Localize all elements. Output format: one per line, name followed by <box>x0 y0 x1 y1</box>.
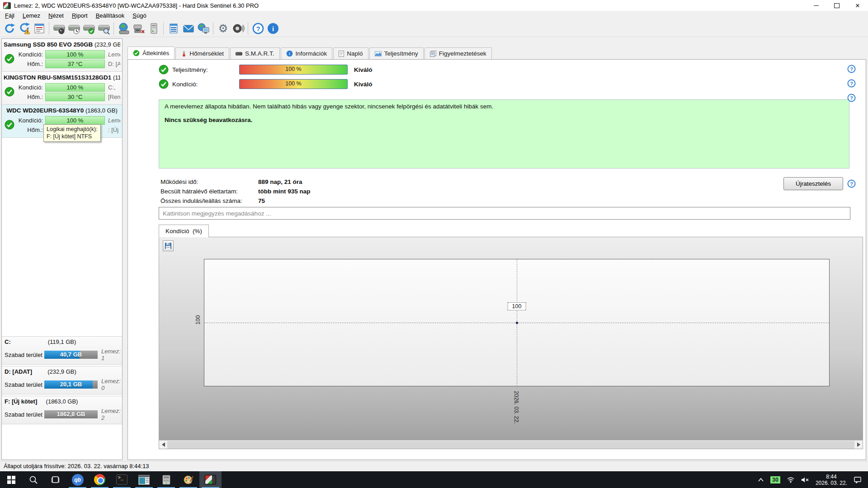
help-icon[interactable]: ? <box>847 179 856 188</box>
taskbar-clock[interactable]: 8:44 2026. 03. 22. <box>816 474 847 486</box>
taskbar-app-chrome[interactable] <box>89 471 111 488</box>
email-icon[interactable] <box>181 21 196 36</box>
volume-letters: D: [ADAT] <box>105 61 120 67</box>
notification-center-icon[interactable] <box>854 476 862 483</box>
disk-schedule-icon[interactable] <box>66 21 81 36</box>
condition-chart-tab[interactable]: Kondíció (%) <box>159 225 209 237</box>
maximize-button[interactable] <box>826 0 847 11</box>
disk-item-samsung[interactable]: Samsung SSD 850 EVO 250GB (232,9 GB) Kon… <box>2 39 122 72</box>
taskbar-app-qbittorrent[interactable]: qb <box>66 471 89 488</box>
report-icon[interactable] <box>32 21 47 36</box>
volume-letters: [Rendszer s <box>105 94 120 100</box>
taskbar-app-paint[interactable] <box>177 471 199 488</box>
gridline-vertical <box>517 259 517 389</box>
volume-muted-icon[interactable] <box>801 477 809 483</box>
tab-smart[interactable]: S.M.A.R.T. <box>230 47 280 59</box>
svg-text:?: ? <box>850 181 853 187</box>
menu-nezet[interactable]: Nézet <box>44 11 68 20</box>
daily-log-icon[interactable] <box>166 21 181 36</box>
free-space-bar: 20,1 GB <box>44 380 98 389</box>
temperature-bar: 37 °C <box>45 60 105 68</box>
tab-bar: Áttekintés Hőmérséklet S.M.A.R.T. i Info… <box>127 47 493 59</box>
partition-item-f[interactable]: F: [Új kötet] (1863,0 GB) Szabad terület… <box>2 396 122 424</box>
menu-beallitasok[interactable]: Beállítások <box>92 11 129 20</box>
tray-temperature-badge[interactable]: 30 <box>770 476 780 483</box>
hard-disk-sentinel-window: Lemez: 2, WDC WD20EURS-63S48Y0 [WD-WCAZA… <box>0 0 868 488</box>
disk-item-kingston[interactable]: KINGSTON RBU-SMSM151S3128GD1 (119 Kondíc… <box>2 72 122 105</box>
toolbar-separator <box>113 22 114 35</box>
tab-informaciok[interactable]: i Információk <box>281 47 333 59</box>
scroll-right-arrow[interactable] <box>854 441 863 449</box>
title-bar: Lemez: 2, WDC WD20EURS-63S48Y0 [WD-WCAZA… <box>0 0 868 11</box>
partition-item-d[interactable]: D: [ADAT] (232,9 GB) Szabad terület 20,1… <box>2 366 122 394</box>
partition-list: C: (119,1 GB) Szabad terület 40,7 GB Lem… <box>2 336 122 426</box>
disk-number: Lemez: 2 <box>105 117 120 124</box>
task-view-button[interactable] <box>44 471 66 488</box>
remaining-lifetime-value: több mint 935 nap <box>258 188 311 195</box>
tab-homerseklet[interactable]: Hőmérséklet <box>175 47 229 59</box>
start-button[interactable] <box>0 471 22 488</box>
scrollbar-thumb[interactable] <box>167 441 854 449</box>
minimize-button[interactable] <box>806 0 826 11</box>
chart-horizontal-scrollbar[interactable] <box>159 440 863 449</box>
help-icon[interactable]: ? <box>847 79 856 88</box>
toolbar-separator <box>163 22 164 35</box>
condition-chart-panel: 100 100 2026. 03. 22. <box>159 237 863 449</box>
menu-lemez[interactable]: Lemez <box>19 11 44 20</box>
main-panel: Áttekintés Hőmérséklet S.M.A.R.T. i Info… <box>127 47 866 460</box>
tab-naplo[interactable]: Napló <box>333 47 368 59</box>
system-tray: 30 8:44 2026. 03. 22. <box>758 471 868 488</box>
partition-item-c[interactable]: C: (119,1 GB) Szabad terület 40,7 GB Lem… <box>2 336 122 365</box>
disk-ok-icon[interactable] <box>81 21 96 36</box>
performance-bar: 100 % <box>239 65 348 75</box>
computer-icon[interactable] <box>146 21 161 36</box>
search-button[interactable] <box>22 471 44 488</box>
condition-label: Kondíció: <box>15 84 45 91</box>
volume-letters: C:, <box>105 84 120 91</box>
settings-icon[interactable]: ⚙ <box>216 21 231 36</box>
wifi-icon[interactable] <box>787 477 795 483</box>
health-status-box: A merevlemez állapota hibátlan. Nem talá… <box>159 99 849 169</box>
information-icon[interactable]: i <box>265 21 280 36</box>
free-space-bar: 1862,8 GB <box>44 410 98 418</box>
disk-analyze-icon[interactable] <box>96 21 111 36</box>
sounds-icon[interactable] <box>231 21 245 36</box>
floppy-icon <box>165 242 172 249</box>
start-stop-count-label: Összes indulás/leállás száma: <box>160 197 258 204</box>
taskbar-app-window[interactable] <box>133 471 155 488</box>
free-space-label: Szabad terület <box>5 411 44 418</box>
tab-figyelmeztetesek[interactable]: Figyelmeztetések <box>425 47 492 59</box>
network-disk-icon[interactable] <box>116 21 131 36</box>
refresh-warning-icon[interactable]: ! <box>17 21 32 36</box>
close-button[interactable]: ✕ <box>847 0 868 11</box>
tab-attekintes[interactable]: Áttekintés <box>127 47 175 59</box>
menu-fajl[interactable]: Fájl <box>1 11 19 20</box>
disk-remove-icon[interactable] <box>131 21 146 36</box>
toolbar-separator <box>49 22 49 35</box>
refresh-icon[interactable] <box>2 21 17 36</box>
chrome-icon <box>94 474 105 485</box>
retest-button[interactable]: Újratesztelés <box>783 177 843 190</box>
menu-riport[interactable]: Riport <box>68 11 92 20</box>
tray-chevron-icon[interactable] <box>758 478 764 482</box>
taskbar-app-hdsentinel[interactable] <box>199 471 222 488</box>
help-icon[interactable]: ? <box>847 94 856 102</box>
help-icon[interactable]: ? <box>250 21 265 36</box>
toolbar-separator <box>248 22 248 35</box>
comment-input[interactable] <box>159 207 850 220</box>
partition-name: F: [Új kötet] <box>5 398 37 405</box>
help-icon[interactable]: ? <box>847 65 856 73</box>
data-point-label: 100 <box>508 302 526 310</box>
save-chart-button[interactable] <box>163 240 174 251</box>
health-status-action: Nincs szükség beavatkozásra. <box>165 117 844 123</box>
app-window-icon <box>138 475 150 485</box>
toolbar-separator <box>213 22 213 35</box>
app-icon <box>3 2 11 9</box>
menu-sugo[interactable]: Súgó <box>128 11 150 20</box>
tab-teljesitmeny[interactable]: Teljesítmény <box>369 47 424 59</box>
taskbar-app-terminal[interactable]: >_ <box>111 471 133 488</box>
scroll-left-arrow[interactable] <box>159 441 167 449</box>
online-check-icon[interactable] <box>196 21 211 36</box>
taskbar-app-archive[interactable] <box>155 471 177 488</box>
disk-status-icon[interactable] <box>52 21 66 36</box>
